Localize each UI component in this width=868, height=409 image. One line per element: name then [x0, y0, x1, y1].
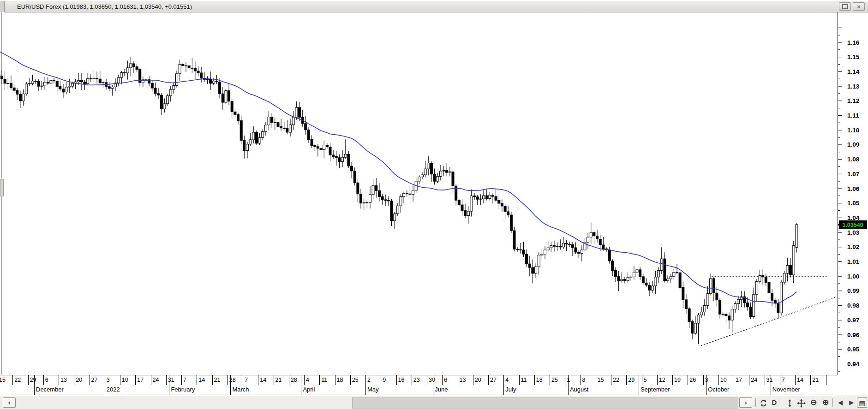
periodicity-button[interactable]: D	[769, 397, 780, 408]
chart-plot-area[interactable]: 1.161.151.141.131.121.111.101.091.081.07…	[0, 12, 868, 375]
price-axis-label: 1.04	[847, 214, 860, 221]
month-boundary-line	[639, 375, 639, 395]
price-axis-label: 1.03	[847, 229, 860, 236]
scroll-right-button[interactable]: ›	[739, 397, 752, 408]
week-tick-label: 17	[734, 375, 751, 385]
week-tick-label: 14	[258, 375, 275, 385]
vertical-scale-button[interactable]	[784, 397, 795, 408]
month-boundary-line	[230, 375, 231, 395]
background-window-edge	[0, 1, 5, 12]
week-tick-label: 22	[12, 375, 30, 385]
week-tick-label: 11	[519, 375, 536, 385]
week-tick-label: 13	[458, 375, 475, 385]
week-tick-label: 31	[765, 375, 782, 385]
restore-button[interactable]	[839, 2, 851, 11]
refresh-button[interactable]	[758, 397, 769, 408]
week-tick-label: 9	[381, 375, 398, 385]
price-axis-label: 1.12	[847, 97, 859, 104]
week-tick-label: 31	[166, 375, 183, 385]
scroll-left-button[interactable]: ‹	[3, 397, 16, 408]
week-tick-label: 21	[212, 375, 229, 385]
week-tick-label: 10	[718, 375, 736, 385]
month-label: December	[34, 385, 107, 395]
week-tick-label: 28	[289, 375, 306, 385]
price-axis-label: 1.15	[847, 53, 860, 60]
week-tick-label: 20	[74, 375, 91, 385]
week-tick-label: 4	[304, 375, 321, 385]
close-button[interactable]: ×	[853, 2, 865, 11]
week-tick-label: 21	[274, 375, 291, 385]
zoom-out-button[interactable]: ⊖	[808, 397, 819, 408]
price-axis-label: 1.11	[847, 112, 859, 119]
price-axis-label: 0.99	[847, 287, 859, 294]
month-boundary-line	[771, 375, 771, 395]
last-price-value: 1.03540	[842, 222, 863, 228]
x-axis-month-row: December2022FebruaryMarchAprilMayJuneJul…	[0, 385, 837, 395]
titlebar[interactable]: EUR/USD Forex (1.01983, 1.03650, 1.01631…	[5, 1, 868, 12]
price-axis-label: 1.13	[847, 83, 860, 90]
month-boundary-line	[34, 375, 35, 395]
x-axis-week-row: 1522296132027310172431714212871421284111…	[0, 375, 837, 385]
price-axis-label: 1.00	[847, 273, 859, 280]
week-tick-label: 3	[105, 375, 122, 385]
week-tick-label: 14	[197, 375, 214, 385]
week-tick-label: 19	[672, 375, 689, 385]
week-tick-label: 18	[335, 375, 352, 385]
next-chart-button[interactable]: ▶	[846, 397, 857, 408]
week-tick-label: 18	[534, 375, 551, 385]
week-tick-label: 17	[135, 375, 152, 385]
month-label: May	[365, 385, 435, 395]
week-tick-label: 10	[120, 375, 137, 385]
price-axis-label: 1.09	[847, 141, 859, 148]
month-label: 2022	[105, 385, 171, 395]
chart-window: EUR/USD Forex (1.01983, 1.03650, 1.01631…	[0, 0, 868, 409]
previous-chart-button[interactable]: ◀	[835, 397, 846, 408]
month-label: June	[433, 385, 505, 395]
pan-button[interactable]	[796, 397, 807, 408]
price-axis-label: 0.97	[847, 317, 859, 324]
week-tick-label: 15	[596, 375, 613, 385]
price-axis-label: 0.95	[847, 346, 860, 353]
price-axis-label: 0.98	[847, 302, 860, 309]
price-axis-label: 1.02	[847, 243, 859, 250]
price-axis-label: 1.01	[847, 258, 860, 265]
week-tick-label: 22	[611, 375, 628, 385]
week-tick-label: 6	[43, 375, 60, 385]
scrollbar-thumb[interactable]	[352, 397, 738, 409]
week-tick-label: 4	[503, 375, 521, 385]
week-tick-label: 29	[626, 375, 643, 385]
week-tick-label: 13	[59, 375, 76, 385]
week-tick-label: 23	[412, 375, 429, 385]
chart-list-button[interactable]: ▤	[857, 397, 867, 408]
month-boundary-line	[568, 375, 569, 395]
week-tick-label: 7	[780, 375, 797, 385]
week-tick-label: 6	[442, 375, 459, 385]
week-tick-label: 14	[795, 375, 812, 385]
week-tick-label: 24	[151, 375, 168, 385]
week-tick-label: 3	[703, 375, 720, 385]
horizontal-scrollbar[interactable]: ‹ › D	[0, 396, 868, 409]
vertical-arrows-icon	[786, 399, 794, 407]
refresh-icon	[760, 399, 767, 407]
restore-icon	[842, 4, 848, 9]
week-tick-label: 24	[749, 375, 766, 385]
month-label: July	[503, 385, 570, 395]
toolbar-separator	[832, 398, 833, 407]
week-tick-label: 25	[350, 375, 367, 385]
price-axis-label: 1.07	[847, 171, 859, 178]
zoom-in-button[interactable]: ⊕	[820, 397, 831, 408]
week-tick-label: 20	[473, 375, 490, 385]
month-boundary-line	[169, 375, 169, 395]
price-axis-label: 1.05	[847, 200, 860, 207]
week-tick-label: 30	[427, 375, 444, 385]
month-boundary-line	[706, 375, 706, 395]
month-label: February	[169, 385, 232, 395]
week-tick-label: 12	[657, 375, 674, 385]
toolbar-separator	[782, 398, 782, 407]
close-icon: ×	[857, 4, 861, 10]
week-tick-label: 27	[90, 375, 107, 385]
price-axis-label: 0.94	[847, 361, 860, 368]
price-axis-label: 1.08	[847, 156, 860, 163]
week-tick-label: 1	[565, 375, 582, 385]
left-edge-notch	[0, 179, 4, 196]
